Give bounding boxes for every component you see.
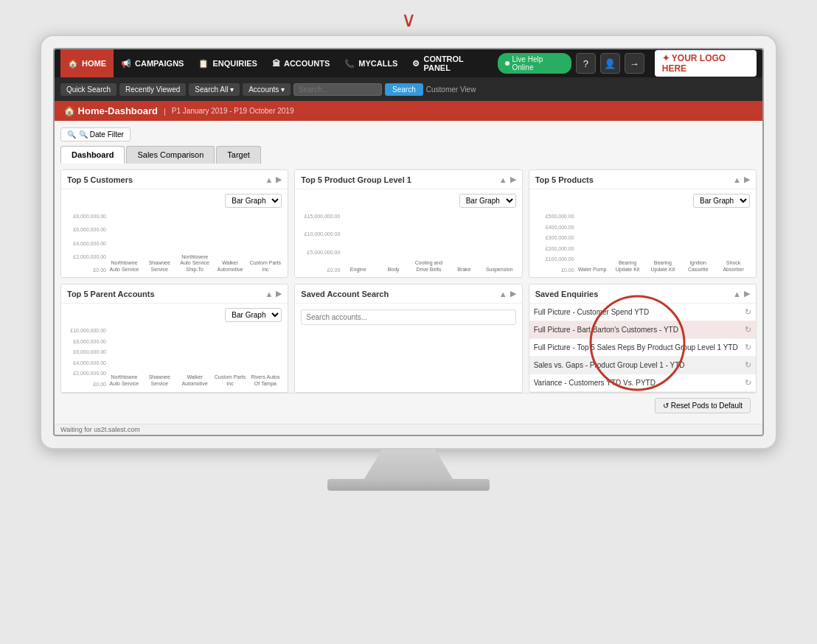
pod-minimize-products[interactable]: ▲ (733, 175, 741, 184)
nav-campaigns[interactable]: 📢 CAMPAIGNS (114, 49, 191, 77)
monitor-screen: 🏠 HOME 📢 CAMPAIGNS 📋 ENQUIRIES 🏛 ACCOUNT… (53, 48, 764, 436)
chart-parentaccounts: £10,000,000.00 £8,000,000.00 £6,000,000.… (67, 328, 282, 387)
search-button[interactable]: Search (385, 83, 423, 96)
enquiry-item-0[interactable]: Full Picture - Customer Spend YTD ↻ (529, 304, 756, 321)
enquiry-item-2[interactable]: Full Picture - Top 5 Sales Reps By Produ… (529, 339, 756, 357)
enquiry-refresh-1[interactable]: ↻ (745, 325, 751, 335)
pod-title-customers: Top 5 Customers (67, 175, 133, 184)
chart-type-parentaccounts[interactable]: Bar Graph (225, 308, 282, 322)
bar-ignition: Ignition Cassette (681, 259, 715, 273)
search-all-btn[interactable]: Search All ▾ (189, 83, 240, 96)
nav-right-section: Live Help Online ? 👤 → ✦ YOUR LOGO HERE (498, 50, 757, 77)
chart-type-customers[interactable]: Bar Graph (225, 194, 282, 208)
mycalls-icon: 📞 (344, 59, 355, 69)
accounts-label: Accounts (248, 85, 279, 94)
accounts-icon: 🏛 (272, 59, 280, 68)
bar-pa-rivers: Rivers Autos Of Tampa (248, 373, 282, 387)
pod-settings-saved-account-search[interactable]: ▶ (510, 289, 516, 298)
pod-header-customers: Top 5 Customers ▲ ▶ (61, 170, 288, 189)
logout-button[interactable]: → (625, 53, 644, 74)
pod-minimize-saved-enquiries[interactable]: ▲ (733, 290, 741, 298)
quick-search-btn[interactable]: Quick Search (60, 83, 117, 96)
enquiry-item-4[interactable]: Variance - Customers YTD Vs. PYTD ↻ (529, 374, 756, 392)
bar-engine: Engine (341, 265, 375, 273)
enquiry-item-1[interactable]: Full Picture - Bart Barton's Customers -… (529, 321, 756, 339)
home-icon: 🏠 (68, 59, 78, 69)
pod-settings-productgroup[interactable]: ▶ (510, 175, 516, 184)
nav-mycalls-label: MYCALLS (358, 59, 397, 68)
pod-settings-parentaccounts[interactable]: ▶ (276, 289, 282, 298)
nav-control-panel-label: CONTROL PANEL (423, 55, 490, 72)
enquiry-refresh-4[interactable]: ↻ (745, 378, 751, 388)
monitor-shell: 🏠 HOME 📢 CAMPAIGNS 📋 ENQUIRIES 🏛 ACCOUNT… (40, 35, 777, 449)
pod-title-saved-account-search: Saved Account Search (301, 290, 389, 298)
pod-body-productgroup: Bar Graph £15,000,000.00 £10,000,000.00 … (295, 189, 521, 277)
pod-body-customers: Bar Graph £8,000,000.00 £6,000,000.00 £4… (61, 189, 288, 277)
nav-campaigns-label: CAMPAIGNS (135, 59, 184, 68)
customer-view-link[interactable]: Customer View (426, 85, 476, 94)
chart-type-products[interactable]: Bar Graph (693, 194, 750, 208)
pod-minimize-productgroup[interactable]: ▲ (499, 175, 507, 184)
bar-shock: Shock Absorber (717, 259, 750, 273)
bar-walker: Walker Automotive (214, 259, 247, 273)
chart-type-productgroup[interactable]: Bar Graph (459, 194, 516, 208)
reset-pods-button[interactable]: ↺ Reset Pods to Default (655, 398, 751, 413)
bar-pa-shawnee: Shawnee Service (143, 373, 176, 387)
enquiry-refresh-0[interactable]: ↻ (745, 307, 751, 317)
user-button[interactable]: 👤 (600, 53, 620, 74)
bar-bearing1: Bearing Update Kit (611, 259, 644, 273)
nav-control-panel[interactable]: ⚙ CONTROL PANEL (405, 49, 497, 77)
tab-bar: Dashboard Sales Comparison Target (60, 146, 757, 164)
status-text: Waiting for us2t.salest.com (60, 426, 140, 433)
nav-mycalls[interactable]: 📞 MYCALLS (337, 49, 405, 77)
live-help-button[interactable]: Live Help Online (498, 53, 571, 74)
pod-minimize-parentaccounts[interactable]: ▲ (265, 290, 273, 298)
bar-body: Body (377, 265, 410, 273)
bar-water-pump: Water Pump (576, 265, 609, 273)
search-all-label: Search All (195, 85, 228, 94)
pod-top5-productgroup: Top 5 Product Group Level 1 ▲ ▶ Bar Grap… (294, 169, 522, 278)
filter-icon: 🔍 (67, 130, 76, 139)
pod-header-parentaccounts: Top 5 Parent Accounts ▲ ▶ (61, 284, 288, 304)
pod-settings-customers[interactable]: ▶ (276, 175, 282, 184)
y-axis-customers: £8,000,000.00 £6,000,000.00 £4,000,000.0… (67, 214, 108, 273)
search-input[interactable] (293, 83, 382, 96)
date-filter-button[interactable]: 🔍 🔍 Date Filter (60, 127, 131, 141)
bar-pa-customparts: Custom Parts Inc (214, 373, 247, 387)
pod-controls-customers: ▲ ▶ (265, 175, 282, 184)
nav-accounts[interactable]: 🏛 ACCOUNTS (265, 49, 337, 77)
pod-settings-products[interactable]: ▶ (744, 175, 750, 184)
breadcrumb-separator: | (164, 107, 166, 116)
pod-body-saved-account-search (295, 304, 521, 331)
pod-header-productgroup: Top 5 Product Group Level 1 ▲ ▶ (295, 170, 521, 189)
pod-settings-saved-enquiries[interactable]: ▶ (744, 289, 750, 298)
tab-dashboard[interactable]: Dashboard (60, 146, 125, 164)
enquiry-refresh-3[interactable]: ↻ (745, 360, 751, 370)
nav-home[interactable]: 🏠 HOME (60, 49, 114, 77)
accounts-btn[interactable]: Accounts ▾ (243, 83, 291, 96)
enquiry-refresh-2[interactable]: ↻ (745, 343, 751, 352)
help-button[interactable]: ? (576, 53, 596, 74)
nav-enquiries[interactable]: 📋 ENQUIRIES (191, 49, 265, 77)
pod-controls-parentaccounts: ▲ ▶ (265, 289, 282, 298)
chevron-indicator: ∨ (401, 7, 417, 32)
control-panel-icon: ⚙ (412, 59, 420, 69)
recently-viewed-btn[interactable]: Recently Viewed (119, 83, 186, 96)
pod-controls-saved-enquiries: ▲ ▶ (733, 289, 750, 298)
bar-brake: Brake (448, 265, 481, 273)
pod-minimize-customers[interactable]: ▲ (265, 175, 273, 184)
pod-top5-customers: Top 5 Customers ▲ ▶ Bar Graph (60, 169, 288, 278)
tab-target[interactable]: Target (216, 146, 261, 164)
bar-pa-northtowne: Northtowne Auto Service (108, 373, 141, 387)
tab-sales-comparison[interactable]: Sales Comparison (126, 146, 215, 164)
pod-header-products: Top 5 Products ▲ ▶ (529, 170, 756, 189)
pod-minimize-saved-account-search[interactable]: ▲ (499, 290, 507, 298)
nav-accounts-label: ACCOUNTS (284, 59, 330, 68)
pod-saved-account-search: Saved Account Search ▲ ▶ (294, 284, 522, 393)
logo-text: ✦ YOUR LOGO HERE (662, 53, 749, 74)
breadcrumb-home[interactable]: 🏠 Home-Dashboard (63, 105, 158, 116)
saved-account-search-input[interactable] (301, 309, 515, 325)
enquiry-item-3[interactable]: Sales vs. Gaps - Product Group Level 1 -… (529, 357, 756, 374)
nav-enquiries-label: ENQUIRIES (212, 59, 257, 68)
bar-northtowne2: Northtowne Auto Service Ship-To (178, 253, 212, 273)
